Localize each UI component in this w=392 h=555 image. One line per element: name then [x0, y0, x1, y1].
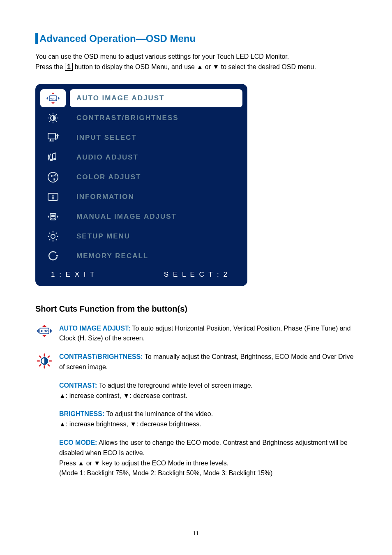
label-eco-mode: ECO MODE: [59, 439, 97, 446]
osd-menu-panel: AUTO AUTO IMAGE ADJUST CONTRAST/BRIGHTNE… [35, 84, 247, 286]
audio-adjust-icon [40, 148, 66, 166]
svg-marker-3 [58, 97, 60, 100]
osd-footer-select: S E L E C T : 2 [164, 271, 228, 279]
information-icon [40, 188, 66, 206]
svg-marker-47 [42, 335, 46, 337]
desc-text: AUTO IMAGE ADJUST: To auto adjust Horizo… [59, 324, 357, 344]
desc-contrast-brightness: CONTRAST/BRIGHTNESS: To manually adjust … [35, 352, 357, 372]
osd-item-label: AUTO IMAGE ADJUST [70, 89, 242, 107]
auto-image-adjust-icon: AUTO [40, 89, 66, 107]
svg-point-35 [54, 218, 55, 219]
section-heading: Advanced Operation—OSD Menu [35, 33, 357, 44]
svg-marker-1 [51, 102, 55, 104]
text-brightness: To adjust the luminance of the video. [104, 410, 213, 417]
memory-recall-icon [40, 247, 66, 265]
svg-marker-46 [42, 325, 46, 327]
svg-point-39 [48, 236, 49, 237]
intro-line1: You can use the OSD menu to adjust vario… [35, 53, 289, 60]
osd-item-color-adjust[interactable]: R G B COLOR ADJUST [40, 168, 242, 187]
button-1-glyph: 1 [65, 63, 73, 71]
svg-line-13 [55, 114, 57, 116]
svg-text:AUTO: AUTO [50, 97, 57, 100]
osd-item-memory-recall[interactable]: MEMORY RECALL [40, 247, 242, 266]
osd-item-label: AUDIO ADJUST [70, 148, 242, 166]
text-contrast: To adjust the foreground white level of … [97, 382, 253, 389]
osd-item-label: MANUAL IMAGE ADJUST [70, 208, 242, 226]
brightness-icon [40, 109, 66, 127]
svg-line-12 [55, 120, 57, 122]
osd-item-label: MEMORY RECALL [70, 247, 242, 265]
svg-rect-15 [48, 133, 55, 139]
osd-item-setup-menu[interactable]: SETUP MENU [40, 227, 242, 246]
svg-text:R: R [51, 174, 54, 178]
osd-item-contrast-brightness[interactable]: CONTRAST/BRIGHTNESS [40, 109, 242, 127]
svg-point-21 [53, 158, 56, 160]
desc-contrast: CONTRAST: To adjust the foreground white… [59, 381, 357, 401]
svg-marker-19 [56, 134, 59, 136]
heading-text: Advanced Operation—OSD Menu [39, 33, 196, 44]
input-select-icon [40, 129, 66, 147]
svg-line-60 [39, 365, 41, 366]
intro-after-box: button to display the OSD Menu, and use … [73, 63, 316, 70]
svg-text:G: G [54, 174, 57, 177]
subheading-shortcuts: Short Cuts Function from the button(s) [35, 304, 357, 314]
svg-rect-32 [51, 215, 55, 217]
osd-item-label: INFORMATION [70, 188, 242, 206]
svg-text:B: B [53, 178, 55, 181]
svg-marker-45 [55, 255, 59, 257]
svg-point-41 [49, 232, 51, 234]
svg-point-20 [50, 159, 53, 161]
label-contrast-brightness: CONTRAST/BRIGHTNESS: [59, 353, 143, 360]
text-eco-mode-2: Press ▲ or ▼ key to adjust the ECO Mode … [59, 460, 228, 467]
svg-marker-49 [50, 329, 52, 333]
osd-item-label: INPUT SELECT [70, 129, 242, 147]
keys-brightness: ▲: increase brightness, ▼: decrease brig… [59, 421, 201, 428]
osd-item-label: SETUP MENU [70, 227, 242, 245]
svg-line-11 [49, 114, 51, 116]
heading-accent-bar [35, 33, 38, 44]
svg-marker-29 [48, 215, 49, 218]
svg-rect-28 [52, 197, 53, 199]
svg-point-34 [53, 218, 54, 219]
osd-item-auto-image-adjust[interactable]: AUTO AUTO IMAGE ADJUST [40, 89, 242, 108]
svg-line-57 [39, 356, 41, 357]
svg-text:AUTO: AUTO [40, 330, 48, 333]
osd-item-label: COLOR ADJUST [70, 168, 242, 186]
label-brightness: BRIGHTNESS: [59, 410, 104, 417]
text-eco-mode-3: (Mode 1: Backlight 75%, Mode 2: Backligh… [59, 469, 272, 476]
desc-text: CONTRAST/BRIGHTNESS: To manually adjust … [59, 352, 357, 372]
text-eco-mode-1: Allows the user to change the ECO mode. … [59, 439, 348, 456]
brightness-icon [35, 352, 53, 369]
desc-auto-image-adjust: AUTO AUTO IMAGE ADJUST: To auto adjust H… [35, 324, 357, 344]
svg-marker-2 [46, 97, 48, 100]
svg-point-42 [56, 239, 57, 240]
page-number: 11 [0, 530, 392, 537]
svg-marker-30 [57, 215, 58, 218]
svg-line-14 [49, 120, 51, 122]
osd-item-manual-image-adjust[interactable]: MANUAL IMAGE ADJUST [40, 207, 242, 226]
svg-point-33 [51, 218, 53, 219]
auto-image-adjust-icon: AUTO [35, 324, 53, 338]
desc-brightness: BRIGHTNESS: To adjust the luminance of t… [59, 409, 357, 430]
svg-marker-0 [51, 92, 55, 94]
color-adjust-icon: R G B [40, 168, 66, 186]
svg-line-59 [48, 356, 49, 357]
osd-item-audio-adjust[interactable]: AUDIO ADJUST [40, 148, 242, 167]
osd-footer: 1 : E X I T S E L E C T : 2 [40, 266, 242, 279]
osd-footer-exit: 1 : E X I T [51, 271, 95, 279]
osd-item-information[interactable]: INFORMATION [40, 187, 242, 206]
intro-paragraph: You can use the OSD menu to adjust vario… [35, 52, 357, 72]
intro-before-box: Press the [35, 63, 65, 70]
label-contrast: CONTRAST: [59, 382, 97, 389]
setup-menu-icon [40, 227, 66, 245]
osd-item-input-select[interactable]: INPUT SELECT [40, 128, 242, 147]
keys-contrast: ▲: increase contrast, ▼: decrease contra… [59, 392, 187, 399]
svg-point-36 [51, 234, 55, 238]
svg-point-40 [57, 236, 58, 237]
svg-point-27 [52, 194, 53, 196]
svg-line-58 [48, 365, 49, 366]
svg-point-38 [53, 240, 54, 241]
svg-marker-48 [37, 329, 39, 333]
svg-point-37 [53, 231, 54, 232]
label-auto-image-adjust: AUTO IMAGE ADJUST: [59, 325, 130, 332]
